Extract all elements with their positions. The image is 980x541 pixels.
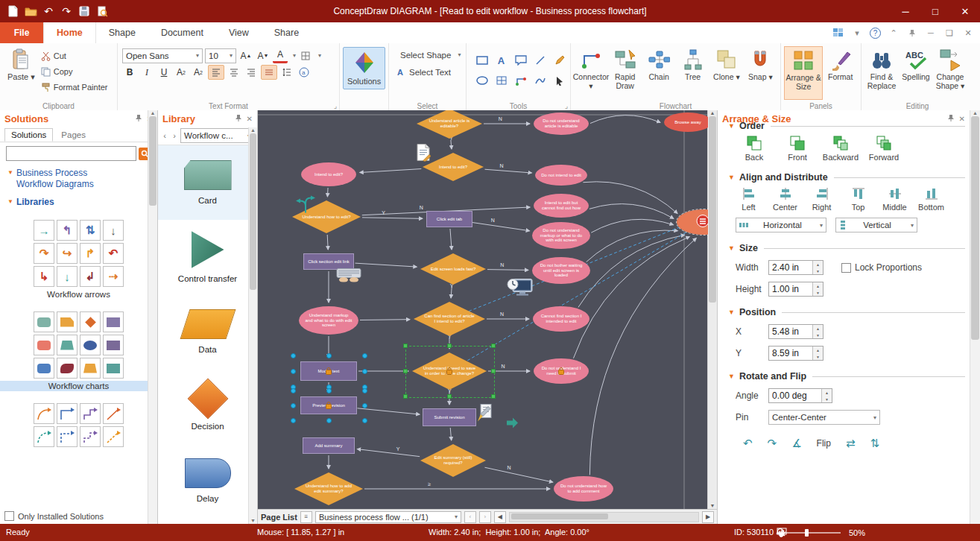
open-folder-icon[interactable] (22, 3, 39, 19)
selection-handle[interactable] (291, 403, 296, 408)
collapse-triangle-icon[interactable]: ▼ (7, 168, 13, 178)
y-input[interactable]: ▲▼ (768, 346, 823, 361)
close-panel-icon[interactable]: ✕ (247, 115, 253, 123)
rectangle-tool[interactable] (472, 51, 491, 70)
chart-shape-cell[interactable] (34, 335, 54, 355)
flowchart-node[interactable]: Do not intend to edit (535, 165, 587, 186)
order-section-header[interactable]: ▼Order (728, 121, 965, 131)
ellipse-tool[interactable] (472, 71, 491, 90)
spelling-button[interactable]: ABC Spelling (899, 46, 933, 100)
pin-icon[interactable] (235, 114, 242, 123)
format-panel-button[interactable]: Format (823, 46, 858, 100)
font-color-button[interactable]: A (273, 48, 288, 63)
font-family-select[interactable]: Open Sans▾ (122, 48, 203, 63)
selection-handle[interactable] (326, 418, 332, 423)
height-input[interactable]: ▲▼ (768, 282, 823, 297)
pin-icon[interactable] (135, 114, 142, 123)
flowchart-node[interactable]: Modify text (300, 361, 357, 381)
library-item-card[interactable]: Card (158, 145, 257, 220)
zoom-slider[interactable] (777, 532, 841, 534)
spin-down-icon[interactable]: ▼ (813, 332, 823, 338)
selection-handle[interactable] (326, 388, 332, 393)
flowchart-node[interactable]: Add summary (303, 437, 355, 454)
arrow-shape-cell[interactable]: ⇅ (80, 220, 101, 241)
selection-handle[interactable] (447, 344, 452, 348)
spin-down-icon[interactable]: ▼ (822, 396, 832, 402)
selection-handle[interactable] (362, 369, 367, 374)
borders-button[interactable] (298, 49, 313, 63)
connector-shape-cell[interactable] (57, 403, 78, 424)
page-list-menu-icon[interactable]: ≡ (300, 511, 312, 523)
position-section-header[interactable]: ▼Position (728, 307, 965, 317)
align-center-button[interactable] (227, 66, 241, 79)
zoom-in-icon[interactable]: + (777, 528, 783, 539)
arrow-shape-cell[interactable]: ↶ (103, 243, 124, 264)
chart-shape-cell[interactable] (34, 311, 54, 332)
align-center-objects-button[interactable]: Center (768, 187, 803, 212)
print-preview-icon[interactable] (94, 3, 110, 19)
x-input[interactable]: ▲▼ (768, 324, 823, 339)
chart-shape-cell[interactable] (57, 358, 78, 379)
selection-handle[interactable] (362, 403, 367, 408)
spin-down-icon[interactable]: ▼ (813, 268, 823, 274)
text-tool[interactable]: A (492, 51, 510, 70)
library-next-icon[interactable]: › (171, 131, 178, 140)
tree-button[interactable]: Tree (676, 46, 709, 100)
tab-shape[interactable]: Shape (96, 22, 148, 43)
curve-tool[interactable] (531, 71, 549, 90)
distribute-vertical-select[interactable]: Vertical▾ (835, 218, 917, 232)
bold-button[interactable]: B (122, 66, 137, 79)
spin-down-icon[interactable]: ▼ (813, 353, 823, 360)
solutions-scrollbar[interactable]: ▲ (148, 110, 157, 524)
align-left-button[interactable] (208, 65, 224, 80)
selection-handle[interactable] (491, 369, 496, 373)
connector-tool[interactable] (511, 71, 530, 90)
selection-handle[interactable] (491, 344, 496, 348)
chart-shape-cell[interactable] (103, 358, 124, 379)
spin-down-icon[interactable]: ▼ (813, 289, 823, 296)
spin-up-icon[interactable]: ▲ (813, 347, 823, 353)
distribute-horizontal-select[interactable]: Horizontal▾ (736, 218, 826, 232)
selection-handle[interactable] (403, 344, 408, 348)
selection-handle[interactable] (403, 394, 408, 399)
chart-shape-cell[interactable] (57, 311, 78, 332)
workspace-style-icon[interactable] (832, 27, 844, 39)
library-item-delay[interactable]: Delay (158, 443, 257, 518)
arrow-shape-cell[interactable]: ↰ (57, 220, 78, 241)
selection-handle[interactable] (291, 418, 296, 423)
shrink-font-button[interactable]: A▼ (256, 49, 271, 63)
tab-solutions-inner[interactable]: Solutions (4, 128, 53, 142)
select-text-button[interactable]: A Select Text (392, 63, 463, 80)
spin-up-icon[interactable]: ▲ (813, 282, 823, 289)
pin-select[interactable]: Center-Center▾ (768, 410, 880, 425)
rotate-angle-icon[interactable]: ∡ (791, 437, 801, 450)
rotate-right-icon[interactable]: ↷ (768, 437, 777, 450)
bring-to-front-button[interactable]: Front (779, 136, 816, 162)
library-item-decision[interactable]: Decision (158, 369, 257, 443)
align-left-objects-button[interactable]: Left (731, 187, 766, 212)
chart-shape-cell[interactable] (57, 335, 78, 355)
help-icon[interactable]: ? (870, 28, 881, 39)
only-installed-checkbox[interactable] (4, 511, 14, 521)
doc-restore-icon[interactable]: ❏ (943, 27, 955, 39)
page-next-icon[interactable]: › (479, 511, 491, 523)
superscript-button[interactable]: A2 (174, 66, 189, 79)
selection-handle[interactable] (326, 353, 332, 358)
italic-button[interactable]: I (139, 66, 154, 79)
align-right-button[interactable] (244, 66, 259, 79)
arrow-shape-cell[interactable]: ↱ (80, 243, 101, 264)
flowchart-node[interactable]: Browse away (664, 113, 708, 132)
library-select[interactable]: Workflow c...▾ (180, 128, 254, 143)
selection-handle[interactable] (362, 388, 367, 393)
tree-item-libraries[interactable]: ▼ Libraries (7, 197, 150, 208)
tab-document[interactable]: Document (148, 22, 216, 43)
grow-font-button[interactable]: A▲ (238, 49, 253, 63)
undo-icon[interactable]: ↶ (40, 3, 57, 19)
clone-button[interactable]: Clone ▾ (709, 46, 743, 100)
doc-minimize-icon[interactable]: ─ (925, 27, 937, 39)
chart-shape-cell[interactable] (80, 335, 101, 355)
collapse-ribbon-icon[interactable]: ⌃ (888, 27, 900, 39)
solutions-search-input[interactable] (6, 146, 136, 161)
selection-handle[interactable] (447, 394, 452, 399)
flip-vertical-icon[interactable]: ⇅ (870, 437, 880, 450)
